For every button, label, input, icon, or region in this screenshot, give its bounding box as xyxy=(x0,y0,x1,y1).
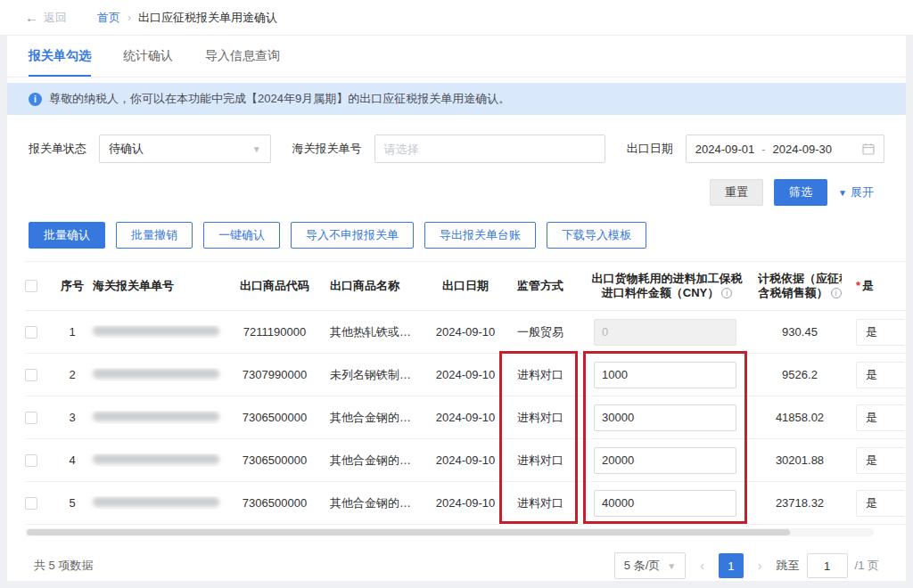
select-all-checkbox[interactable] xyxy=(25,280,37,292)
export-date: 2024-09-10 xyxy=(426,368,505,381)
expand-toggle[interactable]: ▼ 展开 xyxy=(838,184,874,200)
chevron-down-icon: ▼ xyxy=(252,144,261,154)
declaration-number-redacted xyxy=(93,369,219,379)
next-page-button[interactable]: › xyxy=(756,559,764,573)
header-declaration-no: 海关报关单单号 xyxy=(87,278,232,294)
tax-basis: 41858.02 xyxy=(758,411,842,424)
material-amount-input[interactable] xyxy=(594,490,736,517)
jump-page-input[interactable] xyxy=(807,553,848,578)
filter-actions-row: 重置 筛选 ▼ 展开 xyxy=(7,179,906,206)
batch-confirm-button[interactable]: 批量确认 xyxy=(29,222,105,249)
back-label: 返回 xyxy=(44,10,67,26)
table-row: 3 7306500000 其他合金钢的… 2024-09-10 进料对口 418… xyxy=(25,396,906,439)
import-undeclared-button[interactable]: 导入不申报报关单 xyxy=(291,222,414,249)
material-amount-input[interactable] xyxy=(594,362,736,388)
commodity-code: 7306500000 xyxy=(232,453,317,467)
table-row: 2 7307990000 未列名钢铁制… 2024-09-10 进料对口 952… xyxy=(25,354,906,396)
declaration-filter-label: 海关报关单号 xyxy=(292,141,362,157)
chevron-down-icon: ▼ xyxy=(667,561,676,571)
commodity-name: 其他合金钢的… xyxy=(317,453,426,469)
breadcrumb-home-link[interactable]: 首页 xyxy=(97,10,120,26)
expand-label: 展开 xyxy=(851,184,874,200)
tab-import-info-query[interactable]: 导入信息查询 xyxy=(205,48,280,77)
page-size-select[interactable]: 5 条/页 ▼ xyxy=(614,552,686,579)
declaration-number-input[interactable] xyxy=(374,135,605,163)
prev-page-button[interactable]: ‹ xyxy=(698,559,706,573)
confirm-select[interactable]: 是 xyxy=(856,490,904,517)
table-row: 1 7211190000 其他热轧铁或… 2024-09-10 一般贸易 930… xyxy=(25,311,906,354)
confirm-select[interactable]: 是 xyxy=(856,404,904,431)
row-checkbox[interactable] xyxy=(25,369,37,381)
scrollbar-thumb[interactable] xyxy=(27,529,790,535)
export-date: 2024-09-10 xyxy=(426,325,505,339)
tab-bar: 报关单勾选 统计确认 导入信息查询 xyxy=(7,36,906,78)
date-start-value: 2024-09-01 xyxy=(695,143,755,156)
material-amount-input[interactable] xyxy=(594,319,736,346)
row-checkbox[interactable] xyxy=(25,326,37,339)
calendar-icon xyxy=(862,143,875,155)
total-count-text: 共 5 项数据 xyxy=(34,558,93,574)
download-template-button[interactable]: 下载导入模板 xyxy=(547,222,646,249)
header-material-amount: 出口货物耗用的进料加工保税 进口料件金额（CNY）i xyxy=(576,272,758,300)
header-commodity-code: 出口商品代码 xyxy=(232,279,317,293)
page-title: 出口应征税报关单用途确认 xyxy=(138,10,277,26)
export-date: 2024-09-10 xyxy=(426,453,505,467)
header-seq: 序号 xyxy=(57,278,87,294)
supervision-mode: 进料对口 xyxy=(505,453,576,469)
header-export-date: 出口日期 xyxy=(426,278,505,294)
info-circle-icon: i xyxy=(721,288,732,298)
export-date: 2024-09-10 xyxy=(426,411,505,424)
confirm-select[interactable]: 是 xyxy=(856,319,904,346)
info-icon: i xyxy=(29,93,42,106)
row-seq: 2 xyxy=(57,368,87,381)
tax-basis: 23718.32 xyxy=(758,496,842,510)
confirm-select[interactable]: 是 xyxy=(856,447,904,474)
declaration-number-redacted xyxy=(93,412,219,421)
breadcrumb: 首页 › 出口应征税报关单用途确认 xyxy=(97,10,277,26)
breadcrumb-separator: › xyxy=(127,12,131,24)
status-select-value: 待确认 xyxy=(109,141,144,157)
declaration-number-redacted xyxy=(93,454,219,464)
commodity-name: 其他合金钢的… xyxy=(317,495,426,511)
page-number-button[interactable]: 1 xyxy=(719,553,744,578)
export-ledger-button[interactable]: 导出报关单台账 xyxy=(424,222,536,249)
horizontal-scrollbar xyxy=(25,528,874,536)
status-select[interactable]: 待确认 ▼ xyxy=(99,135,271,163)
commodity-code: 7211190000 xyxy=(232,325,317,339)
top-bar: ← 返回 首页 › 出口应征税报关单用途确认 xyxy=(0,0,913,36)
reset-button[interactable]: 重置 xyxy=(710,179,763,206)
supervision-mode: 进料对口 xyxy=(505,495,576,511)
supervision-mode: 进料对口 xyxy=(505,367,576,383)
table-row: 5 7306500000 其他合金钢的… 2024-09-10 进料对口 237… xyxy=(25,482,906,525)
row-seq: 5 xyxy=(57,496,87,510)
tab-statistics-confirm[interactable]: 统计确认 xyxy=(123,48,173,77)
row-checkbox[interactable] xyxy=(25,454,37,467)
material-amount-input[interactable] xyxy=(594,447,736,474)
back-button[interactable]: ← 返回 xyxy=(25,10,67,26)
commodity-code: 7306500000 xyxy=(232,411,317,424)
pagination: 5 条/页 ▼ ‹ 1 › 跳至 /1 页 xyxy=(614,552,879,579)
date-separator: - xyxy=(761,143,765,156)
tab-declaration-check[interactable]: 报关单勾选 xyxy=(29,48,91,77)
filter-button[interactable]: 筛选 xyxy=(774,179,827,206)
commodity-code: 7307990000 xyxy=(232,368,317,381)
commodity-name: 其他合金钢的… xyxy=(317,410,426,426)
table-row: 4 7306500000 其他合金钢的… 2024-09-10 进料对口 302… xyxy=(25,439,906,482)
batch-cancel-button[interactable]: 批量撤销 xyxy=(116,222,193,249)
row-checkbox[interactable] xyxy=(25,497,37,510)
export-date: 2024-09-10 xyxy=(426,496,505,510)
header-supervision-mode: 监管方式 xyxy=(505,278,576,294)
tax-basis: 930.45 xyxy=(758,325,842,339)
supervision-mode: 一般贸易 xyxy=(505,324,576,340)
jump-label: 跳至 xyxy=(777,558,800,574)
one-click-confirm-button[interactable]: 一键确认 xyxy=(203,222,280,249)
confirm-select[interactable]: 是 xyxy=(856,362,904,388)
header-tax-basis: 计税依据（应征税 含税销售额）i xyxy=(758,272,842,300)
material-amount-input[interactable] xyxy=(594,404,736,431)
row-seq: 1 xyxy=(57,325,87,339)
row-checkbox[interactable] xyxy=(25,412,37,424)
filter-row: 报关单状态 待确认 ▼ 海关报关单号 出口日期 2024-09-01 - 202… xyxy=(7,135,906,163)
export-date-range-picker[interactable]: 2024-09-01 - 2024-09-30 xyxy=(686,135,884,163)
commodity-code: 7306500000 xyxy=(232,496,317,510)
date-filter-label: 出口日期 xyxy=(627,141,673,157)
